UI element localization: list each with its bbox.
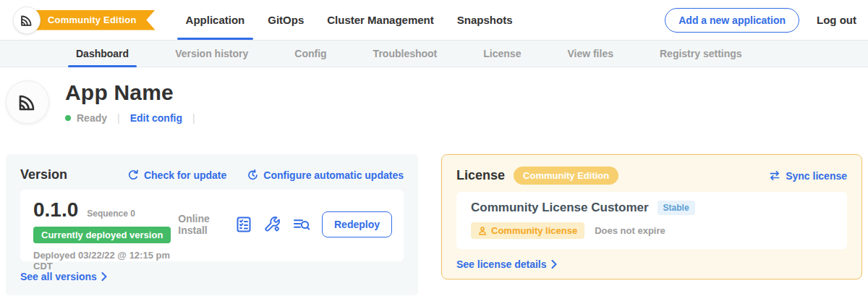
sync-arrows-icon xyxy=(768,169,781,182)
person-icon xyxy=(478,227,487,235)
tab-dashboard[interactable]: Dashboard xyxy=(68,41,137,67)
checklist-icon xyxy=(235,216,252,233)
license-card-title: License xyxy=(456,168,505,183)
app-sub-nav: Dashboard Version history Config Trouble… xyxy=(0,40,868,67)
install-type-label: Online Install xyxy=(178,213,221,236)
page-title: App Name xyxy=(65,80,195,105)
current-version-panel: 0.1.0 Sequence 0 Currently deployed vers… xyxy=(20,190,404,261)
version-number: 0.1.0 xyxy=(33,198,78,222)
nav-cluster-management[interactable]: Cluster Management xyxy=(318,0,443,40)
edit-config-link[interactable]: Edit config xyxy=(130,112,182,124)
main-nav: Application GitOps Cluster Management Sn… xyxy=(177,0,522,40)
license-details-panel: Community License Customer Stable Commun… xyxy=(456,192,847,249)
chevron-right-icon xyxy=(101,272,107,281)
see-license-details-link[interactable]: See license details xyxy=(456,258,847,270)
replicated-logo-icon xyxy=(16,91,39,114)
license-customer-name: Community License Customer xyxy=(471,201,649,215)
logs-search-icon xyxy=(292,216,311,233)
view-deploy-logs-button[interactable] xyxy=(292,216,311,233)
app-logo xyxy=(13,7,41,34)
sequence-label: Sequence 0 xyxy=(87,209,135,219)
app-avatar xyxy=(6,80,49,124)
auto-update-clock-icon xyxy=(247,169,259,181)
top-nav: Community Edition Application GitOps Clu… xyxy=(0,0,868,40)
tab-config[interactable]: Config xyxy=(286,41,334,67)
separator: | xyxy=(117,112,120,124)
community-edition-badge: Community Edition xyxy=(514,167,618,185)
version-card-title: Version xyxy=(20,167,67,182)
version-card: Version Check for update Configure au xyxy=(6,154,418,295)
tab-version-history[interactable]: Version history xyxy=(167,41,256,67)
community-edition-ribbon: Community Edition xyxy=(29,10,156,30)
nav-gitops[interactable]: GitOps xyxy=(259,0,312,40)
ready-status-dot xyxy=(65,115,71,121)
status-label: Ready xyxy=(77,112,107,124)
add-new-application-button[interactable]: Add a new application xyxy=(665,8,799,33)
tab-license[interactable]: License xyxy=(475,41,529,67)
check-for-update-link[interactable]: Check for update xyxy=(127,169,226,181)
deployed-timestamp: Deployed 03/22/22 @ 12:15 pm CDT xyxy=(33,250,178,272)
separator: | xyxy=(192,112,195,124)
community-license-badge: Community license xyxy=(471,222,584,239)
configure-automatic-updates-link[interactable]: Configure automatic updates xyxy=(247,169,404,181)
license-card: License Community Edition Sync license C… xyxy=(441,154,862,279)
logout-button[interactable]: Log out xyxy=(817,14,856,26)
replicated-logo-icon xyxy=(19,12,35,28)
wrench-gear-icon xyxy=(263,215,281,233)
view-config-button[interactable] xyxy=(235,216,252,233)
refresh-icon xyxy=(127,169,140,181)
tab-troubleshoot[interactable]: Troubleshoot xyxy=(365,41,446,67)
tab-view-files[interactable]: View files xyxy=(559,41,621,67)
tab-registry-settings[interactable]: Registry settings xyxy=(652,41,750,67)
license-expiry-label: Does not expire xyxy=(595,225,665,236)
troubleshoot-button[interactable] xyxy=(263,215,281,233)
currently-deployed-badge: Currently deployed version xyxy=(33,227,171,243)
sync-license-link[interactable]: Sync license xyxy=(768,169,847,182)
nav-application[interactable]: Application xyxy=(177,0,254,40)
nav-snapshots[interactable]: Snapshots xyxy=(448,0,522,40)
redeploy-button[interactable]: Redeploy xyxy=(322,211,392,237)
chevron-right-icon xyxy=(551,260,557,269)
see-all-versions-link[interactable]: See all versions xyxy=(20,271,404,282)
channel-badge: Stable xyxy=(658,201,695,215)
app-header: App Name Ready | Edit config | xyxy=(0,67,868,154)
brand: Community Edition xyxy=(13,7,156,34)
